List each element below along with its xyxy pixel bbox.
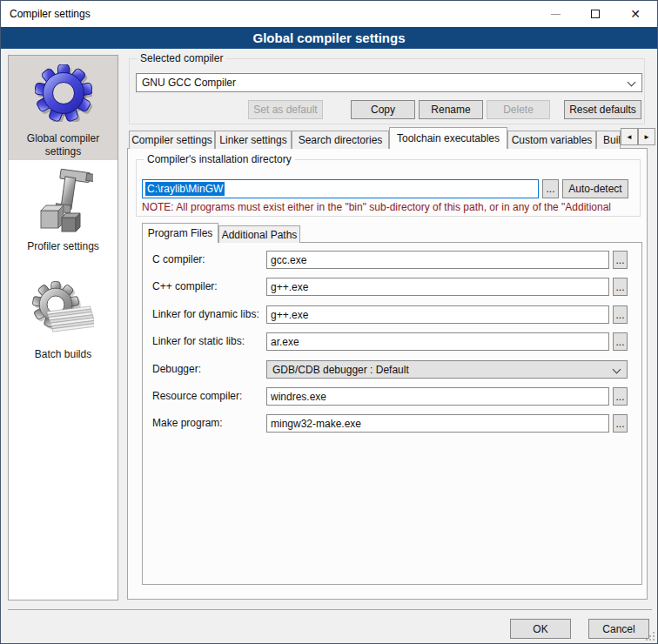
static-linker-label: Linker for static libs:: [152, 332, 245, 351]
sidebar-item-global-label: Global compiler settings: [9, 132, 118, 160]
window-title: Compiler settings: [10, 1, 91, 27]
debugger-label: Debugger:: [152, 360, 201, 379]
compiler-select-value: GNU GCC Compiler: [142, 77, 236, 89]
tab-build-clipped[interactable]: Build: [596, 131, 621, 149]
minimize-button[interactable]: [535, 1, 575, 27]
c-compiler-label: C compiler:: [152, 251, 205, 269]
tab-custom-variables[interactable]: Custom variables: [507, 131, 596, 149]
gray-gear-stack-icon[interactable]: [31, 280, 94, 341]
dynamic-linker-browse-button[interactable]: ...: [613, 305, 628, 324]
tab-search-directories[interactable]: Search directories: [292, 131, 389, 149]
compiler-settings-dialog: Compiler settings ✕ Global compiler sett…: [0, 0, 658, 644]
blue-gear-icon[interactable]: [35, 64, 92, 122]
resource-compiler-input[interactable]: [266, 387, 609, 406]
maximize-icon: [591, 10, 600, 18]
minimize-icon: [551, 14, 561, 15]
cpp-compiler-label: C++ compiler:: [152, 278, 218, 296]
static-linker-browse-button[interactable]: ...: [613, 332, 628, 351]
tab-scroll-left-button[interactable]: ◄: [621, 128, 638, 145]
set-as-default-button[interactable]: Set as default: [248, 100, 323, 119]
close-icon: ✕: [630, 7, 641, 21]
arrow-left-icon: ◄: [626, 133, 633, 141]
installation-directory-input[interactable]: C:\raylib\MinGW: [142, 179, 539, 198]
footer-divider: [8, 609, 652, 610]
cancel-button[interactable]: Cancel: [588, 619, 649, 639]
static-linker-input[interactable]: [266, 332, 609, 351]
tab-linker-settings[interactable]: Linker settings: [215, 131, 292, 149]
installation-directory-value: C:\raylib\MinGW: [145, 182, 225, 196]
delete-button[interactable]: Delete: [487, 100, 550, 119]
close-button[interactable]: ✕: [615, 1, 655, 27]
sidebar-item-batch-builds[interactable]: Batch builds: [9, 348, 118, 362]
compiler-select[interactable]: GNU GCC Compiler: [136, 73, 642, 92]
copy-button[interactable]: Copy: [351, 100, 415, 119]
sidebar-item-profiler-settings[interactable]: Profiler settings: [9, 240, 118, 254]
tab-toolchain-executables[interactable]: Toolchain executables: [389, 127, 507, 149]
c-compiler-input[interactable]: [266, 251, 609, 269]
tab-compiler-settings[interactable]: Compiler settings: [129, 131, 215, 149]
titlebar: Compiler settings ✕: [1, 1, 657, 27]
cpp-compiler-input[interactable]: [266, 278, 609, 296]
installation-directory-group-label: Compiler's installation directory: [144, 154, 295, 165]
arrow-right-icon: ►: [643, 133, 650, 141]
subtab-additional-paths[interactable]: Additional Paths: [218, 225, 300, 243]
debugger-select[interactable]: GDB/CDB debugger : Default: [266, 360, 628, 379]
maximize-button[interactable]: [575, 1, 615, 27]
c-compiler-browse-button[interactable]: ...: [613, 251, 628, 269]
settings-category-list: Global compiler settings Profiler settin…: [8, 55, 118, 600]
browse-directory-button[interactable]: ...: [542, 179, 559, 198]
dialog-heading: Global compiler settings: [1, 27, 657, 49]
dynamic-linker-label: Linker for dynamic libs:: [152, 305, 259, 324]
make-program-browse-button[interactable]: ...: [613, 414, 628, 433]
caliper-blocks-icon[interactable]: [32, 165, 93, 237]
cpp-compiler-browse-button[interactable]: ...: [613, 278, 628, 296]
bin-note-text: NOTE: All programs must exist either in …: [142, 201, 645, 214]
rename-button[interactable]: Rename: [419, 100, 483, 119]
chevron-down-icon: [613, 366, 621, 374]
reset-defaults-button[interactable]: Reset defaults: [564, 100, 641, 119]
autodetect-button[interactable]: Auto-detect: [562, 179, 628, 198]
make-program-label: Make program:: [152, 414, 223, 433]
make-program-input[interactable]: [266, 414, 609, 433]
resource-compiler-browse-button[interactable]: ...: [613, 387, 628, 406]
dynamic-linker-input[interactable]: [266, 305, 609, 324]
selected-compiler-group-label: Selected compiler: [137, 53, 226, 64]
debugger-select-value: GDB/CDB debugger : Default: [272, 364, 409, 376]
resize-grip[interactable]: [646, 632, 655, 641]
ok-button[interactable]: OK: [510, 619, 571, 639]
chevron-down-icon: [628, 78, 636, 87]
tab-scroll-right-button[interactable]: ►: [638, 128, 655, 145]
resource-compiler-label: Resource compiler:: [152, 387, 242, 406]
subtab-program-files[interactable]: Program Files: [142, 223, 218, 243]
